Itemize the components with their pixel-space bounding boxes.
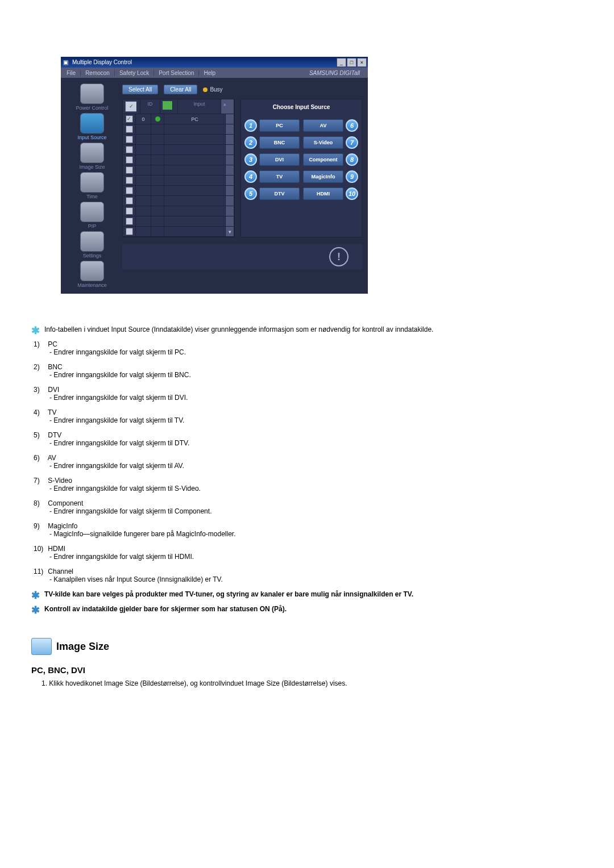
input-source-icon (80, 113, 104, 133)
brand-logo: SAMSUNG DIGITall (307, 70, 364, 76)
busy-icon (203, 87, 208, 92)
menu-help[interactable]: Help (201, 70, 220, 76)
list-item: 1) PC- Endrer inngangskilde for valgt sk… (34, 340, 583, 356)
badge-1: 1 (244, 119, 257, 132)
section-title: Image Size (56, 641, 109, 653)
table-row[interactable] (123, 176, 234, 186)
list-item: 9) MagicInfo- MagicInfo—signalkilde fung… (34, 522, 583, 538)
row-checkbox[interactable] (126, 177, 133, 184)
settings-icon (80, 231, 104, 252)
row-checkbox[interactable] (126, 166, 133, 174)
panel-title: Choose Input Source (244, 104, 358, 110)
table-row[interactable] (123, 135, 234, 145)
toolbar: Select All Clear All Busy (122, 84, 362, 95)
sidebar: Power Control Input Source Image Size Ti… (67, 84, 118, 288)
info-icon[interactable]: ! (329, 247, 349, 266)
minimize-button[interactable]: _ (337, 58, 346, 67)
clear-all-button[interactable]: Clear All (164, 85, 197, 94)
scrollbar-up[interactable]: ▴ (221, 99, 234, 114)
badge-8: 8 (346, 153, 358, 166)
badge-6: 6 (346, 119, 358, 132)
menu-safety-lock[interactable]: Safety Lock (117, 70, 154, 76)
sidebar-item-maintenance[interactable]: Maintenance (67, 261, 118, 288)
sub-heading: PC, BNC, DVI (31, 665, 583, 675)
list-item: 3) DVI- Endrer inngangskilde for valgt s… (34, 386, 583, 402)
source-component-button[interactable]: Component (303, 153, 343, 166)
source-av-button[interactable]: AV (303, 119, 343, 132)
menu-file[interactable]: File (64, 70, 81, 76)
close-button[interactable]: × (357, 58, 367, 67)
input-source-panel: Choose Input Source 1PC 2BNC 3DVI 4TV 5D… (240, 99, 362, 237)
star-icon: ✱ (31, 590, 40, 600)
badge-9: 9 (346, 170, 358, 183)
pip-icon (80, 202, 104, 222)
badge-4: 4 (244, 170, 257, 183)
source-pc-button[interactable]: PC (259, 119, 300, 132)
status-dot-icon (155, 116, 160, 122)
app-icon: ▣ (63, 59, 70, 66)
source-hdmi-button[interactable]: HDMI (303, 187, 343, 200)
scrollbar-down[interactable]: ▾ (226, 227, 234, 236)
header-checkbox[interactable] (125, 101, 137, 112)
menu-port-selection[interactable]: Port Selection (156, 70, 199, 76)
source-bnc-button[interactable]: BNC (259, 136, 300, 149)
list-item: 8) Component- Endrer inngangskilde for v… (34, 499, 583, 515)
source-tv-button[interactable]: TV (259, 170, 300, 183)
row-checkbox[interactable] (126, 218, 133, 225)
row-checkbox[interactable] (126, 228, 133, 235)
col-status (160, 99, 178, 114)
row-checkbox[interactable] (126, 197, 133, 205)
scroll-track[interactable] (226, 114, 234, 124)
row-checkbox[interactable] (126, 126, 133, 133)
table-row[interactable] (123, 124, 234, 135)
status-header-icon (163, 101, 173, 110)
sidebar-item-pip[interactable]: PIP (67, 202, 118, 229)
table-row[interactable]: ▾ (123, 227, 234, 237)
row-checkbox[interactable] (126, 207, 133, 215)
display-grid: ID Input ▴ 0 PC (122, 99, 235, 237)
col-id: ID (140, 99, 160, 114)
star-icon: ✱ (31, 605, 40, 615)
list-item: 10) HDMI- Endrer inngangskilde for valgt… (34, 545, 583, 561)
titlebar: ▣ Multiple Display Control _ □ × (61, 57, 368, 68)
maximize-button[interactable]: □ (347, 58, 356, 67)
row-checkbox[interactable] (126, 156, 133, 164)
sidebar-item-time[interactable]: Time (67, 172, 118, 199)
row-checkbox[interactable] (126, 146, 133, 153)
table-row[interactable] (123, 165, 234, 176)
sidebar-item-input-source[interactable]: Input Source (67, 113, 118, 140)
numbered-list: 1) PC- Endrer inngangskilde for valgt sk… (31, 340, 583, 583)
row-checkbox[interactable] (126, 187, 133, 194)
select-all-button[interactable]: Select All (122, 85, 158, 94)
source-magicinfo-button[interactable]: MagicInfo (303, 170, 343, 183)
badge-5: 5 (244, 187, 257, 200)
table-row[interactable] (123, 155, 234, 165)
row-checkbox[interactable] (126, 115, 133, 123)
sub-list-item: 1. Klikk hovedikonet Image Size (Bildest… (42, 679, 583, 687)
menu-bar: File Remocon Safety Lock Port Selection … (61, 68, 368, 78)
table-row[interactable] (123, 206, 234, 216)
source-dvi-button[interactable]: DVI (259, 153, 300, 166)
image-size-section-icon (31, 638, 52, 655)
table-row[interactable] (123, 186, 234, 196)
note-1: ✱ TV-kilde kan bare velges på produkter … (31, 590, 583, 600)
table-row[interactable] (123, 196, 234, 206)
menu-remocon[interactable]: Remocon (83, 70, 115, 76)
row-checkbox[interactable] (126, 136, 133, 143)
image-size-icon (80, 143, 104, 163)
list-item: 6) AV- Endrer inngangskilde for valgt sk… (34, 454, 583, 470)
intro-text: Info-tabellen i vinduet Input Source (In… (44, 326, 433, 333)
source-svideo-button[interactable]: S-Video (303, 136, 343, 149)
sidebar-item-power-control[interactable]: Power Control (67, 84, 118, 111)
badge-2: 2 (244, 136, 257, 149)
table-row[interactable] (123, 216, 234, 227)
sidebar-item-settings[interactable]: Settings (67, 231, 118, 258)
app-window: ▣ Multiple Display Control _ □ × File Re… (61, 57, 368, 294)
col-input: Input (178, 99, 221, 114)
table-row[interactable] (123, 145, 234, 155)
badge-7: 7 (346, 136, 358, 149)
col-checkbox[interactable] (123, 99, 140, 114)
sidebar-item-image-size[interactable]: Image Size (67, 143, 118, 170)
source-dtv-button[interactable]: DTV (259, 187, 300, 200)
table-row[interactable]: 0 PC (123, 114, 234, 124)
